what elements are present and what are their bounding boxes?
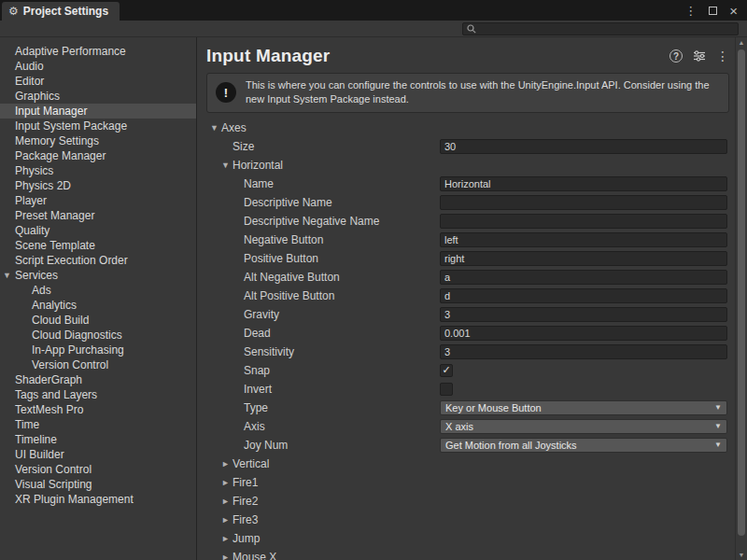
sensitivity-field[interactable]: [440, 344, 727, 359]
alt-positive-button-field[interactable]: [440, 288, 727, 303]
dropdown-value: Key or Mouse Button: [445, 402, 542, 413]
search-input[interactable]: [480, 23, 734, 35]
dead-field[interactable]: [440, 326, 727, 341]
content: Adaptive PerformanceAudioEditorGraphicsI…: [0, 37, 747, 560]
scrollbar-thumb[interactable]: [738, 49, 745, 536]
property-label: Snap: [244, 361, 270, 380]
preset-icon[interactable]: [693, 50, 706, 62]
property-row-fire3[interactable]: ►Fire3: [197, 511, 735, 529]
foldout-closed-icon[interactable]: ►: [221, 455, 230, 473]
invert-checkbox[interactable]: [440, 383, 453, 396]
sidebar-item-audio[interactable]: Audio: [0, 59, 196, 74]
sidebar-item-label: Player: [15, 194, 47, 207]
property-label: Joy Num: [244, 436, 288, 455]
sidebar-item-analytics[interactable]: Analytics: [0, 298, 196, 313]
foldout-closed-icon[interactable]: ►: [221, 529, 230, 548]
sidebar-item-in-app-purchasing[interactable]: In-App Purchasing: [0, 343, 196, 357]
window-menu-icon[interactable]: ⋮: [684, 5, 697, 17]
sidebar-item-label: Time: [15, 418, 39, 431]
close-icon[interactable]: ×: [729, 4, 738, 18]
axis-dropdown[interactable]: X axis▼: [440, 419, 727, 434]
sidebar-item-label: UI Builder: [15, 448, 64, 461]
window-tab-title: Project Settings: [23, 5, 108, 18]
name-field[interactable]: [440, 176, 727, 191]
dropdown-value: X axis: [445, 421, 473, 432]
help-icon[interactable]: ?: [669, 49, 683, 63]
sidebar-item-adaptive-performance[interactable]: Adaptive Performance: [0, 44, 196, 59]
property-row-gravity: Gravity: [197, 305, 735, 324]
sidebar-item-preset-manager[interactable]: Preset Manager: [0, 208, 196, 223]
sidebar-item-xr-plugin-management[interactable]: XR Plugin Management: [0, 492, 196, 507]
sidebar-item-ads[interactable]: Ads: [0, 283, 196, 298]
property-label: Fire3: [233, 511, 258, 529]
sidebar-item-memory-settings[interactable]: Memory Settings: [0, 133, 196, 148]
foldout-closed-icon[interactable]: ►: [221, 492, 230, 511]
property-row-jump[interactable]: ►Jump: [197, 529, 735, 548]
property-row-axis: AxisX axis▼: [197, 417, 735, 436]
sidebar-item-services[interactable]: ▼Services: [0, 268, 196, 283]
maximize-icon[interactable]: [709, 7, 717, 15]
sidebar-item-quality[interactable]: Quality: [0, 223, 196, 238]
sidebar-item-label: Visual Scripting: [15, 478, 92, 491]
sidebar-item-visual-scripting[interactable]: Visual Scripting: [0, 477, 196, 492]
sidebar-item-cloud-diagnostics[interactable]: Cloud Diagnostics: [0, 328, 196, 343]
sidebar-item-ui-builder[interactable]: UI Builder: [0, 447, 196, 462]
foldout-open-icon[interactable]: ▼: [221, 156, 230, 175]
property-row-fire1[interactable]: ►Fire1: [197, 473, 735, 492]
property-label: Fire2: [233, 492, 258, 511]
positive-button-field[interactable]: [440, 251, 727, 266]
foldout-open-icon[interactable]: ▼: [3, 271, 11, 280]
property-label: Horizontal: [233, 156, 283, 175]
alt-negative-button-field[interactable]: [440, 270, 727, 285]
sidebar-item-timeline[interactable]: Timeline: [0, 432, 196, 447]
tab-project-settings[interactable]: ⚙ Project Settings: [2, 2, 120, 21]
joy-num-dropdown[interactable]: Get Motion from all Joysticks▼: [440, 438, 727, 453]
scroll-up-icon[interactable]: ▲: [736, 39, 747, 46]
sidebar-item-package-manager[interactable]: Package Manager: [0, 148, 196, 163]
kebab-menu-icon[interactable]: ⋮: [716, 49, 729, 63]
sidebar-item-cloud-build[interactable]: Cloud Build: [0, 313, 196, 328]
sidebar-item-editor[interactable]: Editor: [0, 74, 196, 89]
property-row-invert: Invert: [197, 380, 735, 399]
sidebar-item-script-execution-order[interactable]: Script Execution Order: [0, 253, 196, 268]
search-box[interactable]: [462, 22, 739, 35]
sidebar-item-player[interactable]: Player: [0, 193, 196, 208]
property-rows: ▼AxesSize▼HorizontalNameDescriptive Name…: [197, 119, 735, 560]
sidebar-item-version-control[interactable]: Version Control: [0, 462, 196, 477]
descriptive-name-field[interactable]: [440, 195, 727, 210]
sidebar-item-graphics[interactable]: Graphics: [0, 89, 196, 104]
vertical-scrollbar[interactable]: ▲ ▼: [735, 37, 747, 560]
negative-button-field[interactable]: [440, 232, 727, 247]
sidebar-item-tags-and-layers[interactable]: Tags and Layers: [0, 387, 196, 402]
descriptive-negative-name-field[interactable]: [440, 214, 727, 229]
sidebar-item-physics[interactable]: Physics: [0, 163, 196, 178]
foldout-closed-icon[interactable]: ►: [221, 511, 230, 529]
sidebar-item-input-manager[interactable]: Input Manager: [0, 104, 196, 119]
property-row-axes[interactable]: ▼Axes: [197, 119, 735, 137]
sidebar-item-shadergraph[interactable]: ShaderGraph: [0, 372, 196, 387]
type-dropdown[interactable]: Key or Mouse Button▼: [440, 400, 727, 415]
size-field[interactable]: [440, 139, 727, 154]
sidebar-item-physics-2d[interactable]: Physics 2D: [0, 178, 196, 193]
sidebar-item-label: Script Execution Order: [15, 254, 128, 267]
snap-checkbox[interactable]: ✓: [440, 364, 453, 377]
property-row-fire2[interactable]: ►Fire2: [197, 492, 735, 511]
gravity-field[interactable]: [440, 307, 727, 322]
property-row-horizontal[interactable]: ▼Horizontal: [197, 156, 735, 175]
sidebar-item-scene-template[interactable]: Scene Template: [0, 238, 196, 253]
property-row-mouse-x[interactable]: ►Mouse X: [197, 548, 735, 560]
property-row-vertical[interactable]: ►Vertical: [197, 455, 735, 473]
sidebar-item-textmesh-pro[interactable]: TextMesh Pro: [0, 402, 196, 417]
sidebar-item-time[interactable]: Time: [0, 417, 196, 432]
sidebar-item-input-system-package[interactable]: Input System Package: [0, 119, 196, 133]
property-label: Vertical: [233, 455, 269, 473]
foldout-open-icon[interactable]: ▼: [210, 119, 218, 137]
property-label: Axis: [244, 417, 265, 436]
foldout-closed-icon[interactable]: ►: [221, 548, 230, 560]
foldout-closed-icon[interactable]: ►: [221, 473, 230, 492]
help-box: ! This is where you can configure the co…: [206, 73, 729, 113]
scroll-down-icon[interactable]: ▼: [736, 552, 747, 558]
sidebar-item-version-control[interactable]: Version Control: [0, 357, 196, 372]
property-row-alt-negative-button: Alt Negative Button: [197, 268, 735, 287]
property-label: Negative Button: [244, 231, 323, 249]
